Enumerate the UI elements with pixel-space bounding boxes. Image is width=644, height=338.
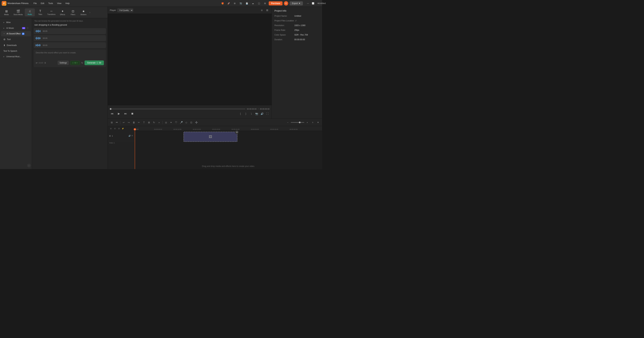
tool-transitions[interactable]: ↔ Transitions [46,8,57,16]
image-view-button[interactable]: 🖼 [265,8,270,13]
insert-button[interactable]: ⤵ [249,112,254,116]
keyframe-button[interactable]: ◇ [184,120,188,125]
media-clip[interactable]: 🖼 + [184,132,238,142]
tool-titles[interactable]: T Titles [35,8,45,16]
zoom-slider[interactable] [291,122,304,123]
ruler-tick-1: 00:00:05:00 [154,126,162,131]
settings-button[interactable]: Settings [58,61,69,65]
maximize-button[interactable]: ⬜ [311,1,315,6]
more-button[interactable]: » [157,120,162,125]
camera-icon[interactable]: 📷 [238,1,243,6]
sidebar-item-ai-sound-effect[interactable]: ▼ AI Sound Effect A [1,31,31,36]
scenes-button[interactable]: ⊞ [110,120,114,125]
snapshot-button[interactable]: 📷 [254,112,259,116]
delete-button[interactable]: 🗑 [132,120,136,125]
player-view-icons: ⊞ 🖼 [260,8,270,13]
menu-file[interactable]: File [32,2,38,5]
add-audio-track-button[interactable]: ⊞ [113,127,116,130]
out-point-button[interactable]: } [244,112,248,116]
sidebar-item-mine[interactable]: ▶ Mine [1,20,31,25]
menu-help[interactable]: Help [64,2,72,5]
motion-button[interactable]: ◎ [164,120,168,125]
ruler-tick-2: 00:00:10:00 [174,126,182,131]
track-volume-button[interactable]: 🔊 [128,135,131,137]
tool-audio[interactable]: ♫ Audio [25,8,35,16]
minimize-button[interactable]: — [306,1,310,6]
credits-icon: ⬡ [72,62,74,64]
sidebar-collapse-button[interactable]: ‹ [27,164,31,168]
skip-forward-button[interactable]: ⏭ [123,111,128,116]
mic-button[interactable]: 🎤 [179,120,184,125]
apps-icon[interactable]: ⊞ [263,1,267,6]
add-video-track-button[interactable]: ⊞ [109,127,112,130]
grid-icon[interactable]: ⊞ [232,1,237,6]
player-controls-bar: 00:00:00:00 / 00:00:00:00 ⏮ ▶ ⏭ ⏹ { [108,105,272,118]
redo-button[interactable]: ↪ [126,120,131,125]
zoom-out-button[interactable]: − [286,120,290,125]
user-avatar[interactable]: C [284,1,288,6]
shuffle-icon[interactable]: ⇌ [36,62,38,64]
menu-tools[interactable]: Tools [47,2,55,5]
zoom-in-button[interactable]: + [305,120,310,125]
download-icon: ⬇ [3,44,6,47]
toolbar-more-chevron[interactable]: › [89,11,91,14]
sidebar-item-ai-music[interactable]: ▶ AI Music AI ⓘ [1,25,31,31]
tool-stickers[interactable]: ★ Stickers [78,8,88,16]
fullscreen-button[interactable]: ⛶ [265,112,270,116]
refresh-icon[interactable]: ↻ [81,62,83,64]
tool-effects[interactable]: ✦ Effects [58,8,68,16]
save-icon[interactable]: 💾 [244,1,249,6]
generate-button[interactable]: Generate ⬡ 30 [84,60,104,65]
play-button[interactable]: ▶ [116,111,121,116]
tool-media[interactable]: ⊞ Media [1,8,12,16]
sound-description-textarea[interactable] [36,52,104,58]
headphone-icon[interactable]: 🎧 [256,1,261,6]
generate-actions: Settings ⬡ 60 + ↻ Generate ⬡ 30 [58,60,104,65]
audio-item-3[interactable]: 00:05 [34,42,106,48]
volume-button[interactable]: 🔊 [260,112,264,116]
credits-button[interactable]: ⬡ 60 + [70,61,80,65]
tool-filters[interactable]: ⊡ Filters [68,8,78,16]
screen-rec-button[interactable]: ⊡ [189,120,194,125]
purchase-button[interactable]: Purchase [269,1,282,6]
undo-button[interactable]: ↩ [122,120,126,125]
skip-back-button[interactable]: ⏮ [110,111,114,116]
rocket-icon[interactable]: 🚀 [226,1,231,6]
sidebar-item-tool[interactable]: ⚙ Tool [1,36,31,42]
ruler-tick-6: 00:00:30:00 [251,126,259,131]
sidebar-item-universal-music[interactable]: ▶ Universal Musi... [1,54,31,59]
text-button[interactable]: T [142,120,146,125]
snap-button[interactable]: ⚡ [121,127,124,130]
info-project-location: Project Files Location: / [274,20,320,22]
menu-edit[interactable]: Edit [39,2,46,5]
in-point-button[interactable]: { [238,112,242,116]
progress-bar[interactable] [110,108,246,109]
audio-item-1[interactable]: 00:05 [34,28,106,34]
clip-add-button[interactable]: + [235,130,239,134]
sidebar-item-text-to-speech[interactable]: Text To Speech [1,48,31,54]
grid-view-button[interactable]: ⊞ [260,8,264,13]
select-tool-button[interactable]: ⮕ [114,120,119,125]
quality-select[interactable]: Full Quality [117,8,133,12]
export-button[interactable]: Export ▼ [290,1,303,6]
cloud-icon[interactable]: ☁ [250,1,255,6]
effects-icon: ✦ [61,10,64,13]
list-view-button[interactable]: ≡ [310,120,315,125]
audio-item-2[interactable]: 00:05 [34,35,106,41]
add-subtitle-track-button[interactable]: ⊞ [117,127,120,130]
sidebar-item-downloads[interactable]: ⬇ Downloads [1,42,31,48]
shield-button[interactable]: ⛉ [174,120,178,125]
menu-view[interactable]: View [56,2,63,5]
stop-button[interactable]: ⏹ [130,111,135,116]
add-media-button[interactable]: ➕ [194,120,199,125]
fx-button[interactable]: ✦ [169,120,174,125]
track-eye-button[interactable]: 👁 [131,135,133,137]
crop-button[interactable]: ⊠ [147,120,151,125]
view-options-button[interactable]: ▼ [316,120,320,125]
rotate-button[interactable]: ↻ [152,120,156,125]
gift-icon[interactable]: 🎁 [220,1,225,6]
cut-button[interactable]: ✂ [136,120,141,125]
delete-icon[interactable]: 🗑 [44,62,46,64]
tool-stock[interactable]: 🎬 Stock Media [12,8,24,16]
timeline-ruler-area: 00:00 00:00:05:00 00:00:10:00 00:00:15:0… [135,126,322,169]
